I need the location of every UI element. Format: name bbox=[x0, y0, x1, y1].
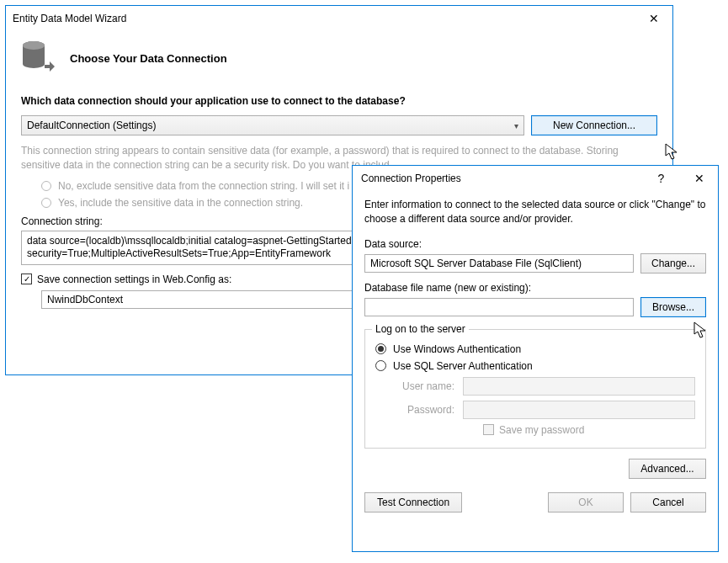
close-icon[interactable]: ✕ bbox=[635, 6, 672, 31]
checkbox-icon bbox=[483, 424, 494, 435]
checkbox-icon[interactable]: ✓ bbox=[21, 274, 32, 284]
database-icon bbox=[21, 40, 55, 77]
wizard-titlebar: Entity Data Model Wizard ✕ bbox=[6, 6, 672, 31]
username-input bbox=[463, 377, 695, 396]
wizard-heading: Choose Your Data Connection bbox=[70, 52, 227, 65]
close-icon[interactable]: ✕ bbox=[680, 166, 718, 191]
save-settings-label: Save connection settings in Web.Config a… bbox=[37, 274, 231, 285]
password-input bbox=[463, 401, 695, 419]
test-connection-button[interactable]: Test Connection bbox=[364, 492, 462, 513]
cancel-button[interactable]: Cancel bbox=[630, 492, 706, 513]
data-source-input bbox=[364, 254, 634, 273]
password-label: Password: bbox=[396, 404, 454, 416]
radio-windows-auth[interactable]: Use Windows Authentication bbox=[375, 343, 695, 355]
radio-sql-auth[interactable]: Use SQL Server Authentication bbox=[375, 360, 695, 372]
conn-props-intro: Enter information to connect to the sele… bbox=[364, 198, 706, 226]
data-source-label: Data source: bbox=[364, 238, 706, 250]
logon-fieldset: Log on to the server Use Windows Authent… bbox=[364, 329, 706, 449]
db-file-input[interactable] bbox=[364, 298, 634, 316]
ok-button: OK bbox=[548, 492, 624, 513]
browse-button[interactable]: Browse... bbox=[640, 297, 706, 317]
context-name-input[interactable] bbox=[41, 290, 361, 309]
username-label: User name: bbox=[396, 380, 454, 392]
conn-props-titlebar: Connection Properties ? ✕ bbox=[353, 166, 718, 191]
change-button[interactable]: Change... bbox=[640, 253, 706, 274]
conn-props-title: Connection Properties bbox=[361, 173, 461, 184]
connection-dropdown[interactable]: DefaultConnection (Settings) ▾ bbox=[21, 115, 524, 135]
wizard-title: Entity Data Model Wizard bbox=[13, 13, 126, 24]
save-password-checkbox: Save my password bbox=[483, 424, 695, 436]
db-file-label: Database file name (new or existing): bbox=[364, 282, 706, 294]
logon-legend: Log on to the server bbox=[372, 323, 469, 335]
help-icon[interactable]: ? bbox=[642, 166, 680, 191]
svg-point-1 bbox=[23, 41, 45, 50]
conn-props-body: Enter information to connect to the sele… bbox=[353, 191, 718, 521]
radio-icon bbox=[41, 198, 51, 208]
connection-question: Which data connection should your applic… bbox=[21, 95, 657, 107]
radio-icon bbox=[375, 360, 386, 371]
connection-properties-dialog: Connection Properties ? ✕ Enter informat… bbox=[352, 165, 719, 552]
new-connection-button[interactable]: New Connection... bbox=[531, 115, 657, 135]
radio-icon bbox=[375, 343, 386, 354]
radio-icon bbox=[41, 181, 51, 191]
advanced-button[interactable]: Advanced... bbox=[629, 459, 706, 479]
connection-selected: DefaultConnection (Settings) bbox=[27, 120, 156, 131]
wizard-header: Choose Your Data Connection bbox=[6, 31, 672, 95]
chevron-down-icon: ▾ bbox=[514, 121, 518, 130]
